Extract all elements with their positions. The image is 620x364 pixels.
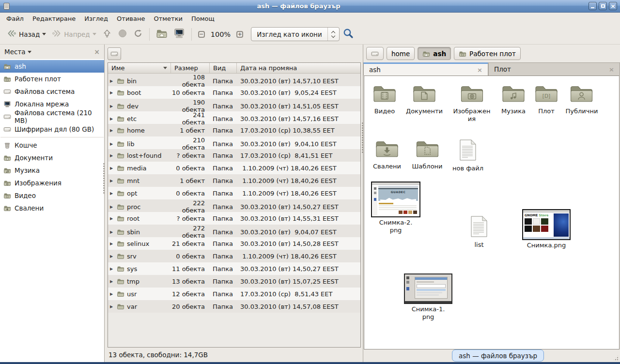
breadcrumb-desktop[interactable]: Работен плот — [454, 47, 521, 60]
table-row-proc[interactable]: ▶proc222 обектаПапка30.03.2010 (вт) 14,5… — [108, 199, 360, 212]
sidebar-item-music[interactable]: Музика — [0, 164, 104, 177]
maximize-button[interactable] — [599, 2, 607, 10]
home-button[interactable] — [153, 26, 170, 42]
sidebar-close-icon[interactable]: × — [94, 48, 100, 56]
sidebar-item-downloads[interactable]: Свалени — [0, 202, 104, 214]
table-row-home[interactable]: ▶home1 обектПапка17.03.2010 (ср) 10,38,5… — [108, 124, 360, 136]
file-templates[interactable]: Шаблони — [412, 139, 442, 170]
table-row-root[interactable]: ▶root? обектаПапка30.03.2010 (вт) 14,55,… — [108, 212, 360, 225]
expander-icon[interactable]: ▶ — [110, 216, 114, 221]
menu-file[interactable]: Файл — [2, 14, 28, 24]
table-row-etc[interactable]: ▶etc241 обектаПапка30.03.2010 (вт) 14,57… — [108, 111, 360, 124]
table-row-boot[interactable]: ▶boot10 обектаПапка30.03.2010 (вт) 9,05,… — [108, 86, 360, 99]
expander-icon[interactable]: ▶ — [110, 166, 114, 170]
file-desktop[interactable]: [D]Плот — [534, 84, 559, 115]
expander-icon[interactable]: ▶ — [110, 279, 114, 284]
file-list[interactable]: list — [470, 215, 488, 249]
tab-plot[interactable]: Плот× — [488, 62, 620, 76]
expander-icon[interactable]: ▶ — [110, 191, 114, 196]
file-downloads[interactable]: Свалени — [373, 139, 401, 170]
forward-button[interactable]: Напред — [49, 27, 99, 42]
file-video[interactable]: Видео — [372, 84, 397, 115]
close-button[interactable]: × — [609, 2, 617, 10]
sidebar-item-video[interactable]: Видео — [0, 189, 104, 202]
sidebar-item-encrypted-80gb[interactable]: Шифриран дял (80 GB) — [0, 123, 104, 136]
minimize-button[interactable] — [589, 2, 597, 10]
reload-button[interactable] — [130, 27, 146, 42]
file-snimka-2[interactable]: GUADECСнимка-2.png — [371, 182, 420, 234]
table-row-mnt[interactable]: ▶mnt1 обектПапка 1.10.2009 (чт) 18,40,26… — [108, 174, 360, 187]
file-pictures[interactable]: Изображения — [453, 84, 490, 123]
file-snimka-1[interactable]: Снимка-1.png — [404, 273, 452, 321]
up-button[interactable] — [99, 27, 115, 42]
menu-help[interactable]: Помощ — [187, 14, 219, 24]
table-row-opt[interactable]: ▶opt0 обектаПапка 1.10.2009 (чт) 18,40,2… — [108, 187, 360, 199]
expander-icon[interactable]: ▶ — [110, 267, 114, 271]
icon-view[interactable]: ВидеоДокументиИзображенияМузика[D]ПлотПу… — [364, 76, 620, 349]
file-music[interactable]: Музика — [501, 84, 526, 115]
expander-icon[interactable]: ▶ — [110, 128, 114, 133]
expander-icon[interactable]: ▶ — [110, 91, 114, 95]
sidebar-item-pictures[interactable]: Изображения — [0, 177, 104, 189]
table-row-srv[interactable]: ▶srv0 обектаПапка 1.10.2009 (чт) 18,40,2… — [108, 250, 360, 262]
table-row-bin[interactable]: ▶bin108 обектаПапка30.03.2010 (вт) 14,57… — [108, 74, 360, 86]
file-snimka[interactable]: GNOME StoreСнимка.png — [522, 209, 571, 249]
breadcrumb-home[interactable]: home — [387, 47, 415, 60]
sidebar-item-filesystem[interactable]: Файлова система — [0, 85, 104, 98]
column-header-modified[interactable]: Дата на промяна — [237, 63, 360, 73]
search-button[interactable] — [340, 26, 357, 43]
resize-grip[interactable] — [613, 355, 619, 361]
titlebar[interactable]: ash — файлов браузър × — [0, 0, 620, 13]
table-row-sys[interactable]: ▶sys11 обектаПапка30.03.2010 (вт) 14,50,… — [108, 262, 360, 275]
tab-close-icon[interactable]: × — [609, 66, 614, 73]
tree-root-button[interactable] — [108, 47, 121, 60]
expander-icon[interactable]: ▶ — [110, 179, 114, 183]
file-new-file[interactable]: нов файл — [452, 139, 483, 172]
table-row-usr[interactable]: ▶usr12 обектаПапка17.03.2010 (ср) 8,51,4… — [108, 288, 360, 300]
tab-ash[interactable]: ash× — [363, 62, 488, 76]
back-button[interactable]: Назад — [4, 27, 49, 42]
menu-bookmarks[interactable]: Отметки — [149, 14, 186, 24]
pane-splitter-left[interactable] — [103, 163, 105, 195]
table-row-sbin[interactable]: ▶sbin272 обектаПапка30.03.2010 (вт) 9,04… — [108, 225, 360, 237]
expander-icon[interactable]: ▶ — [110, 292, 114, 296]
table-row-dev[interactable]: ▶dev190 обектаПапка30.03.2010 (вт) 14,51… — [108, 99, 360, 111]
table-row-selinux[interactable]: ▶selinux21 обектаПапка30.03.2010 (вт) 14… — [108, 237, 360, 250]
menu-view[interactable]: Изглед — [80, 14, 112, 24]
view-mode-select[interactable]: Изглед като икони — [251, 27, 340, 41]
expander-icon[interactable]: ▶ — [110, 242, 114, 246]
expander-icon[interactable]: ▶ — [110, 153, 114, 158]
sidebar-item-ash[interactable]: ash — [0, 60, 104, 73]
table-row-media[interactable]: ▶media0 обектаПапка 1.10.2009 (чт) 18,40… — [108, 162, 360, 174]
expander-icon[interactable]: ▶ — [110, 304, 114, 309]
table-row-lost+found[interactable]: ▶lost+found? обектаПапка17.03.2010 (ср) … — [108, 149, 360, 162]
sidebar-item-desktop[interactable]: Работен плот — [0, 73, 104, 85]
stop-button[interactable] — [115, 27, 130, 42]
places-selector[interactable]: Места — [4, 48, 31, 56]
file-public[interactable]: Публични — [566, 84, 598, 115]
table-row-var[interactable]: ▶var20 обектаПапка30.03.2010 (вт) 14,57,… — [108, 300, 360, 313]
column-header-size[interactable]: Размер — [171, 63, 210, 73]
column-header-name[interactable]: Име — [108, 63, 171, 73]
expander-icon[interactable]: ▶ — [110, 142, 114, 146]
tab-close-icon[interactable]: × — [477, 66, 482, 74]
column-header-type[interactable]: Вид — [210, 63, 237, 73]
expander-icon[interactable]: ▶ — [110, 205, 114, 209]
breadcrumb-root[interactable] — [366, 47, 384, 60]
expander-icon[interactable]: ▶ — [110, 104, 114, 108]
pane-splitter-right[interactable] — [362, 122, 363, 154]
breadcrumb-ash[interactable]: ash — [418, 47, 451, 60]
zoom-out-button[interactable]: − — [195, 29, 208, 40]
expander-icon[interactable]: ▶ — [110, 117, 114, 121]
table-row-lib[interactable]: ▶lib210 обектаПапка30.03.2010 (вт) 9,04,… — [108, 136, 360, 149]
computer-button[interactable] — [170, 26, 188, 42]
expander-icon[interactable]: ▶ — [110, 254, 114, 258]
expander-icon[interactable]: ▶ — [110, 230, 114, 234]
sidebar-item-filesystem-210mb[interactable]: Файлова система (210 MB) — [0, 110, 104, 123]
sidebar-item-trash[interactable]: Кошче — [0, 139, 104, 152]
file-documents[interactable]: Документи — [406, 84, 443, 115]
menu-edit[interactable]: Редактиране — [28, 14, 80, 24]
menu-go[interactable]: Отиване — [112, 14, 149, 24]
zoom-in-button[interactable]: + — [233, 29, 246, 40]
expander-icon[interactable]: ▶ — [110, 79, 114, 83]
